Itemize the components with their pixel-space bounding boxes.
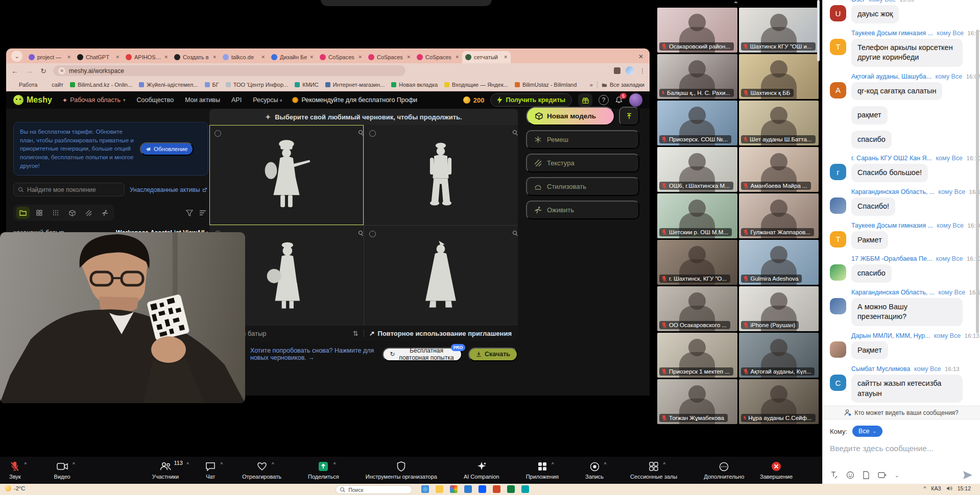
- profile-avatar[interactable]: [626, 66, 634, 75]
- taskbar-app-icon[interactable]: [507, 485, 515, 493]
- participant-tile[interactable]: Балқаш қ., Н. С. Рахи...: [657, 54, 737, 99]
- more-button[interactable]: Дополнительно: [704, 461, 744, 480]
- more-tools-icon[interactable]: ⌄: [895, 473, 899, 478]
- bookmark-item[interactable]: Новая вкладка: [391, 82, 438, 88]
- draft-option-1[interactable]: [209, 125, 364, 225]
- credits-balance[interactable]: 200: [463, 96, 485, 104]
- forward-icon[interactable]: →: [25, 67, 34, 75]
- legacy-assets-link[interactable]: Унаследованные активы: [130, 186, 207, 193]
- participant-tile[interactable]: Аманбаева Майра ...: [739, 147, 819, 192]
- draft-radio[interactable]: [369, 231, 376, 237]
- breakout-rooms-button[interactable]: ^ Сессионные залы: [630, 461, 677, 480]
- sort-icon[interactable]: ⇅: [353, 330, 358, 337]
- participant-tile[interactable]: ОО Осакаровского ...: [657, 286, 737, 331]
- user-avatar[interactable]: [629, 93, 642, 107]
- site-settings-icon[interactable]: ≑: [58, 67, 65, 75]
- tab-close-icon[interactable]: ✕: [261, 55, 265, 60]
- record-button[interactable]: ^ Запись: [585, 461, 604, 480]
- attach-file-icon[interactable]: [863, 471, 870, 479]
- browser-tab[interactable]: project — ✕: [26, 51, 74, 63]
- participants-button[interactable]: 113^ Участники: [152, 461, 179, 480]
- taskbar-search[interactable]: Поиск: [336, 485, 412, 494]
- sender-name[interactable]: Сымбат Муслимова: [851, 365, 910, 373]
- bookmark-item[interactable]: БГ: [205, 82, 219, 88]
- tab-close-icon[interactable]: ✕: [504, 55, 508, 60]
- bookmark-item[interactable]: ТОО 'Центр Инфор...: [226, 82, 288, 88]
- new-model-button[interactable]: Новая модель: [526, 107, 615, 126]
- bookmark-item[interactable]: Жүйелі-әдістемел...: [139, 82, 198, 88]
- sender-name[interactable]: Карагандинская Область, ...: [851, 188, 935, 195]
- participant-tile[interactable]: Шет ауданы Ш.Батта...: [739, 101, 819, 145]
- notifications-button[interactable]: 5: [615, 96, 623, 104]
- participant-tile[interactable]: Приозерск 1 мектеп ...: [657, 333, 737, 378]
- upgrade-button[interactable]: Обновление: [140, 142, 194, 156]
- chat-button[interactable]: ^ Чат: [205, 461, 216, 480]
- nav-my-assets[interactable]: Мои активы: [185, 96, 220, 104]
- taskbar-app-icon[interactable]: [479, 485, 486, 493]
- participant-tile[interactable]: Нұра ауданы С.Сейф...: [739, 379, 819, 424]
- free-retry-button[interactable]: ↻ Бесплатная повторная попытка PRO: [383, 348, 462, 361]
- participant-tile[interactable]: Gulmira Adeshova: [739, 240, 819, 285]
- nav-api[interactable]: API: [231, 96, 242, 104]
- sender-name[interactable]: Дарын ММЛИ, КММ, Нур...: [851, 332, 930, 339]
- weather-widget[interactable]: -2°C: [5, 485, 25, 491]
- tab-close-icon[interactable]: ✕: [212, 55, 217, 60]
- browser-tab[interactable]: сетчатый ✕: [462, 51, 511, 63]
- extensions-icon[interactable]: [614, 67, 620, 74]
- filter-folder-button[interactable]: [16, 207, 30, 219]
- filter-funnel-icon[interactable]: [186, 209, 193, 216]
- get-credits-button[interactable]: Получить кредиты: [490, 93, 572, 107]
- filter-dots-button[interactable]: [49, 207, 62, 219]
- sender-name[interactable]: Таукеев Досым гимназия ...: [851, 30, 933, 37]
- sender-name[interactable]: Таукеев Досым гимназия ...: [851, 222, 933, 229]
- end-meeting-button[interactable]: Завершение: [760, 461, 793, 480]
- sender-name[interactable]: Карагандинская Область, ...: [851, 289, 935, 296]
- participant-tile[interactable]: iPhone (Раушан): [739, 286, 819, 331]
- taskbar-app-icon[interactable]: [450, 485, 458, 493]
- retry-hint-link[interactable]: Хотите попробовать снова? Нажмите для но…: [250, 347, 376, 361]
- sort-list-icon[interactable]: [199, 209, 206, 216]
- apps-button[interactable]: ^ Приложения: [526, 461, 559, 480]
- browser-tab[interactable]: talkco.de ✕: [220, 51, 268, 63]
- stylize-button[interactable]: Стилизовать: [526, 177, 639, 196]
- filter-texture-button[interactable]: [82, 207, 95, 219]
- tab-close-icon[interactable]: ✕: [358, 55, 362, 60]
- nav-community[interactable]: Сообщество: [137, 96, 174, 104]
- react-button[interactable]: ^ Отреагировать: [242, 461, 281, 480]
- taskbar-app-icon[interactable]: [464, 485, 472, 493]
- filter-model-button[interactable]: [65, 207, 79, 219]
- reuse-prompt-link[interactable]: ↗Повторное использование приглашения: [369, 330, 512, 337]
- screenshot-icon[interactable]: [878, 471, 887, 479]
- participant-tile[interactable]: Осакаровский район...: [657, 8, 737, 53]
- draft-option-2[interactable]: [364, 125, 518, 225]
- window-close-icon[interactable]: ✕: [638, 53, 647, 60]
- message-input[interactable]: Введите здесь сообщение...: [830, 444, 973, 453]
- taskbar-app-icon[interactable]: [421, 485, 429, 493]
- back-icon[interactable]: ←: [10, 67, 19, 75]
- browser-tab[interactable]: Дизайн Бе ✕: [268, 51, 317, 63]
- volume-icon[interactable]: [946, 486, 952, 491]
- browser-menu-icon[interactable]: ⋮: [639, 67, 646, 75]
- bookmark-item[interactable]: Работа: [11, 82, 37, 88]
- tab-close-icon[interactable]: ✕: [309, 55, 314, 60]
- animate-button[interactable]: Оживить: [526, 201, 639, 219]
- mute-button[interactable]: ^ Звук: [9, 461, 21, 480]
- grid-scrollbar[interactable]: [817, 0, 820, 61]
- participant-tile[interactable]: Шахтинск қ ББ: [739, 54, 819, 99]
- sender-name[interactable]: Ақтоғай ауданы, Шашуба...: [851, 73, 931, 80]
- video-button[interactable]: ^ Видео: [54, 461, 70, 480]
- nav-resources[interactable]: Ресурсы ▾: [253, 96, 282, 104]
- bookmark-item[interactable]: BilimLand.kz - Onlin...: [70, 82, 132, 88]
- tab-close-icon[interactable]: ✕: [164, 55, 168, 60]
- filter-grid-button[interactable]: [33, 207, 46, 219]
- participant-tile[interactable]: г. Шахтинск, КГУ "О...: [657, 240, 737, 285]
- ai-companion-button[interactable]: AI Companion: [464, 461, 499, 480]
- bookmark-item[interactable]: Интернет-магазин...: [325, 82, 385, 88]
- participant-tile[interactable]: Ақтоғай ауданы, Күл...: [739, 333, 819, 378]
- address-bar[interactable]: ≑ meshy.ai/workspace: [53, 65, 405, 76]
- language-indicator[interactable]: КАЗ: [931, 485, 941, 491]
- texture-button[interactable]: Текстура: [526, 154, 639, 172]
- bookmark-item[interactable]: BilimUstaz - Bilimland: [515, 82, 577, 88]
- tab-close-icon[interactable]: ✕: [67, 55, 71, 60]
- draft-option-4[interactable]: [364, 226, 518, 326]
